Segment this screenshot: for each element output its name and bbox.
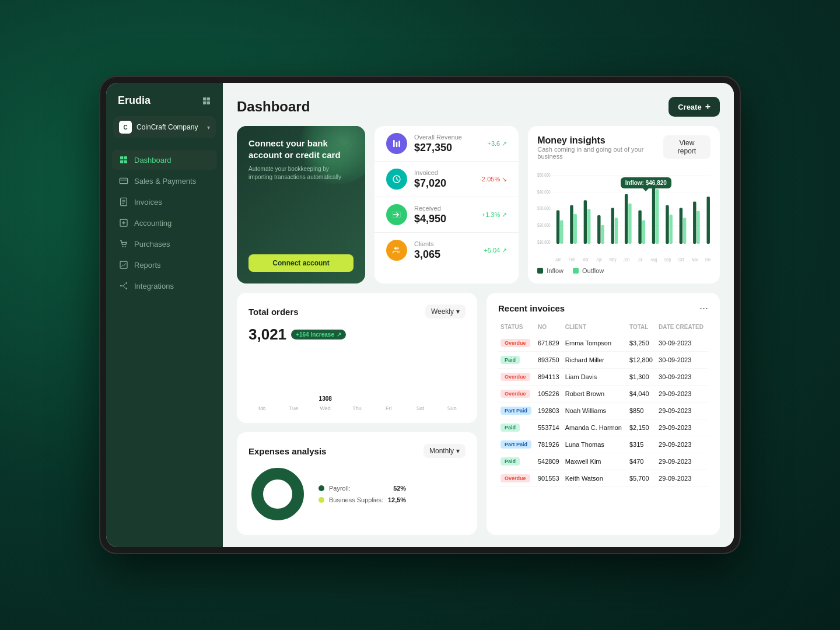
tablet-frame: Erudia C CoinCraft Company ▾ [99, 76, 741, 554]
invoice-total: $2,150 [627, 419, 656, 436]
invoice-status: Paid [498, 453, 536, 470]
sidebar-item-integrations[interactable]: Integrations [112, 276, 217, 296]
insights-header: Money insights Cash coming in and going … [537, 135, 710, 167]
svg-rect-7 [124, 160, 127, 163]
svg-rect-45 [628, 204, 631, 244]
accounting-icon [119, 218, 128, 228]
invoice-client: Amanda C. Harmon [563, 419, 627, 436]
table-row[interactable]: Part Paid 781926 Luna Thomas $315 29-09-… [498, 436, 708, 453]
bar-wed-value: 1308 [319, 396, 332, 402]
table-row[interactable]: Overdue 901553 Keith Watson $5,700 29-09… [498, 470, 708, 487]
inflow-dot [537, 268, 543, 274]
chart-legend: Inflow Outflow [537, 267, 710, 274]
svg-rect-50 [666, 205, 668, 244]
status-badge: Overdue [501, 390, 530, 398]
svg-text:Oct: Oct [678, 257, 684, 262]
invoice-total: $850 [627, 402, 656, 419]
chevron-down-icon: ▾ [207, 124, 210, 131]
expenses-donut-row: Payroll: 52% Business Supplies: 12,5% [249, 465, 466, 523]
table-row[interactable]: Part Paid 192803 Noah Williams $850 29-0… [498, 402, 708, 419]
svg-text:Sep: Sep [664, 257, 671, 262]
layout-icon [202, 96, 211, 106]
svg-text:Jan: Jan [555, 257, 561, 262]
svg-rect-44 [625, 194, 628, 244]
stat-received: Received $4,950 +1.3% ↗ [374, 197, 519, 233]
money-chart: Inflow: $46,820 $50,000 $40,000 $30,000 [537, 169, 710, 262]
svg-rect-51 [670, 215, 673, 244]
legend-inflow: Inflow [537, 267, 564, 274]
invoice-status: Overdue [498, 369, 536, 386]
connect-account-button[interactable]: Connect account [249, 254, 354, 272]
svg-rect-43 [615, 218, 618, 244]
invoices-more-button[interactable]: ··· [699, 302, 708, 314]
svg-point-14 [120, 285, 122, 287]
invoice-status: Paid [498, 352, 536, 369]
main-content: Dashboard Create + Connect your bank acc… [223, 83, 734, 547]
expenses-title: Expenses analysis [249, 446, 326, 456]
stat-clients: Clients 3,065 +5.04 ↗ [374, 233, 519, 268]
invoice-date: 29-09-2023 [656, 470, 708, 487]
bank-card-title: Connect your bank account or credit card [249, 138, 354, 160]
stat-revenue: Overall Revenue $27,350 +3.6 ↗ [374, 126, 519, 162]
svg-rect-35 [560, 220, 563, 244]
sidebar-item-purchases[interactable]: Purchases [112, 234, 217, 254]
invoice-status: Part Paid [498, 402, 536, 419]
outflow-dot [573, 268, 579, 274]
svg-text:May: May [610, 257, 617, 262]
revenue-icon [386, 133, 407, 154]
top-row: Connect your bank account or credit card… [237, 126, 720, 284]
svg-rect-38 [584, 200, 587, 244]
table-row[interactable]: Overdue 671829 Emma Tompson $3,250 30-09… [498, 335, 708, 352]
svg-rect-39 [587, 209, 590, 244]
sidebar-item-accounting[interactable]: Accounting [112, 213, 217, 233]
view-report-button[interactable]: View report [663, 135, 710, 159]
sidebar-item-sales[interactable]: Sales & Payments [112, 171, 217, 191]
svg-rect-1 [207, 97, 210, 100]
recent-invoices-panel: Recent invoices ··· STATUS NO CLIENT TOT… [487, 293, 720, 535]
table-row[interactable]: Paid 893750 Richard Miller $12,800 30-09… [498, 352, 708, 369]
invoices-header: Recent invoices ··· [498, 302, 708, 314]
orders-header: Total orders Weekly ▾ [249, 304, 466, 318]
supplies-dot [318, 497, 324, 503]
orders-period-dropdown[interactable]: Weekly ▾ [425, 304, 466, 318]
clients-change: +5.04 ↗ [484, 247, 507, 254]
bar-thu: Thu [344, 403, 370, 411]
svg-point-16 [125, 288, 127, 289]
clients-icon [386, 240, 407, 261]
expenses-period-dropdown[interactable]: Monthly ▾ [424, 444, 466, 458]
content-left: Total orders Weekly ▾ 3,021 +164 Increas… [237, 293, 477, 535]
expense-supplies: Business Supplies: 12,5% [318, 496, 406, 503]
svg-rect-36 [570, 205, 573, 244]
invoiced-label: Invoiced [414, 169, 446, 176]
invoice-date: 30-09-2023 [656, 369, 708, 386]
invoices-icon [119, 197, 128, 206]
page-title: Dashboard [237, 99, 310, 115]
invoice-date: 30-09-2023 [656, 352, 708, 369]
sidebar-item-invoices[interactable]: Invoices [112, 192, 217, 212]
status-badge: Overdue [501, 339, 530, 347]
table-row[interactable]: Paid 542809 Maxwell Kim $470 29-09-2023 [498, 453, 708, 470]
svg-rect-53 [683, 218, 686, 244]
table-row[interactable]: Paid 553714 Amanda C. Harmon $2,150 29-0… [498, 419, 708, 436]
table-row[interactable]: Overdue 894113 Liam Davis $1,300 30-09-2… [498, 369, 708, 386]
svg-text:Apr: Apr [597, 257, 603, 262]
svg-point-22 [394, 247, 397, 250]
col-status: STATUS [498, 321, 536, 335]
invoice-client: Emma Tompson [563, 335, 627, 352]
col-no: NO [536, 321, 563, 335]
invoice-total: $12,800 [627, 352, 656, 369]
revenue-change: +3.6 ↗ [487, 140, 507, 148]
invoice-client: Robert Brown [563, 386, 627, 402]
sidebar-item-reports[interactable]: Reports [112, 255, 217, 275]
invoice-status: Paid [498, 419, 536, 436]
create-button[interactable]: Create + [668, 97, 720, 117]
sidebar-item-dashboard[interactable]: Dashboard [112, 150, 217, 170]
svg-text:$10,000: $10,000 [537, 239, 551, 245]
legend-outflow: Outflow [573, 267, 604, 274]
svg-rect-8 [120, 178, 127, 183]
expenses-panel: Expenses analysis Monthly ▾ [237, 432, 477, 535]
svg-rect-48 [652, 178, 655, 244]
table-row[interactable]: Overdue 105226 Robert Brown $4,040 29-09… [498, 386, 708, 402]
company-selector[interactable]: C CoinCraft Company ▾ [113, 116, 216, 138]
svg-rect-40 [597, 215, 600, 244]
